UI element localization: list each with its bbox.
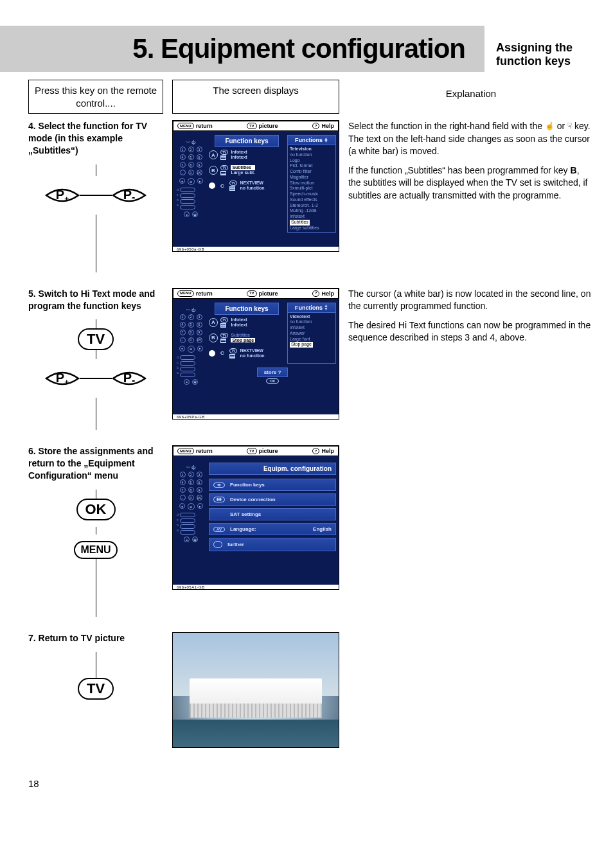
help-label: Help [321,123,334,129]
flow-line [96,398,96,430]
osd-ref-code: 696+050a-GB [173,247,339,251]
flow-line [96,559,96,617]
store-prompt: store ? OK [209,368,336,384]
key-c-row: C TV NEXTVIEWno function [209,181,285,191]
flow-line [96,319,96,328]
selected-function: Subtitles [290,220,310,226]
hand-down-icon: ☟ [567,121,572,132]
key-p-minus[interactable]: P- [112,366,147,391]
key-ok[interactable]: OK [76,499,116,520]
flow-line [96,350,96,359]
subtitle-line-2: function keys [496,55,613,68]
menu-device-connection: ⬮⬮Device connection [209,493,336,506]
return-label: return [196,123,213,129]
key-p-minus[interactable]: P- [112,182,147,208]
flow-line [96,215,96,272]
osd-top-bar: MENU return TV picture ? Help [173,121,339,131]
selected-function: Stop page [290,342,313,348]
step-5-title: 5. Switch to Hi Text mode and program th… [28,288,163,312]
osd-ref-code: 696+05A1-GB [173,585,339,589]
step-5-row: 5. Switch to Hi Text mode and program th… [28,288,594,430]
chapter-title: 5. Equipment configuration [132,33,465,64]
p-plus-minus-keys: P+ P- [28,359,163,398]
step-6-row: 6. Store the assignments and return to t… [28,445,594,617]
flow-line [96,164,96,176]
p-plus-minus-keys: P+ P- [28,176,163,215]
subtitle-line-1: Assigning the [496,41,613,55]
step-7-tv-picture [172,632,339,748]
flow-line [96,490,96,499]
header-screen: The screen displays [172,80,339,114]
functions-list: Functions▲▼ Videotext no function Infote… [287,303,336,364]
banner-margin-block [0,26,28,72]
help-icon: ? [312,123,320,129]
key-p-plus[interactable]: P+ [45,182,80,208]
chapter-subtitle: Assigning the function keys [484,41,613,72]
menu-language: AVLanguage:English [209,523,336,535]
key-tv[interactable]: TV [78,328,114,350]
page-number: 18 [28,778,39,789]
step-4-row: 4. Select the function for TV mode (in t… [28,120,594,272]
tv-icon: TV [247,123,257,129]
menu-function-keys: 👁Function keys [209,479,336,491]
osd-top-bar: MENU return TV picture ? Help [173,288,339,299]
step-4-explanation: Select the function in the right-hand fi… [348,120,594,272]
osd-top-bar: MENU return TV picture ? Help [173,446,339,456]
key-p-plus[interactable]: P+ [45,366,80,391]
step-6-osd: MENU return TV picture ? Help 〰 ⏻ 123 45… [172,445,339,617]
menu-sat-settings: xSAT settings [209,508,336,520]
key-menu[interactable]: MENU [74,541,117,559]
osd-ref-code: 696+05Pa-GB [173,414,339,419]
step-4-title: 4. Select the function for TV mode (in t… [28,120,163,157]
step-4-osd: MENU return TV picture ? Help 〰 ⏻ 123 45… [172,120,339,272]
equip-config-title: Equipm. configuration [209,463,336,475]
header-explanation: Explanation [348,80,594,114]
functions-list: Functions▲▼ Television no function Logo … [287,135,336,233]
key-connector [80,195,112,196]
step-7-title: 7. Return to TV picture [28,632,163,644]
hand-up-icon: ☝ [545,121,555,132]
eye-icon: 👁 [213,483,225,488]
step-5-osd: MENU return TV picture ? Help 〰 ⏻ 123 45… [172,288,339,430]
key-tv[interactable]: TV [78,678,114,700]
key-a-row: A TV InfotextInfotext [209,150,285,160]
chapter-banner: 5. Equipment configuration Assigning the… [0,26,613,72]
osd-panel-title: Function keys [215,303,279,315]
osd-panel-title: Function keys [215,135,279,147]
step-7-row: 7. Return to TV picture TV [28,632,594,748]
osd-remote-diagram: 〰 ⏻ 123 456 789 −0AV ◂⊕▸ dcba ●⏻ [177,308,205,387]
osd-remote-diagram: 〰 ⏻ 123 456 789 −0AV ◂⊕▸ dcba ●⏻ [177,140,205,219]
picture-label: picture [259,123,278,129]
list-heading: Television [290,146,333,152]
banner-title-bar: 5. Equipment configuration [28,26,484,72]
functions-title: Functions [295,137,323,143]
osd-remote-diagram: 〰 ⏻ 123 456 789 −0AV ◂⊕▸ dcba ●⏻ [177,465,205,544]
connector-icon: ⬮⬮ [213,497,225,502]
step-5-explanation: The cursor (a white bar) is now located … [348,288,594,430]
header-remote: Press this key on the remote control.... [28,80,163,114]
tv-screenshot [172,632,339,748]
flow-line [96,652,96,678]
key-b-row: B TV SubtitlesLarge subt. [209,165,285,175]
menu-icon: MENU [177,123,194,129]
av-icon: AV [213,527,225,532]
menu-further: further [209,538,336,551]
blank-icon [213,541,222,548]
step-6-explanation [348,445,594,617]
step-6-title: 6. Store the assignments and return to t… [28,445,163,482]
ok-icon: OK [266,378,279,384]
key-connector [80,378,112,379]
column-headers: Press this key on the remote control....… [28,80,594,114]
step-7-explanation [348,632,594,748]
